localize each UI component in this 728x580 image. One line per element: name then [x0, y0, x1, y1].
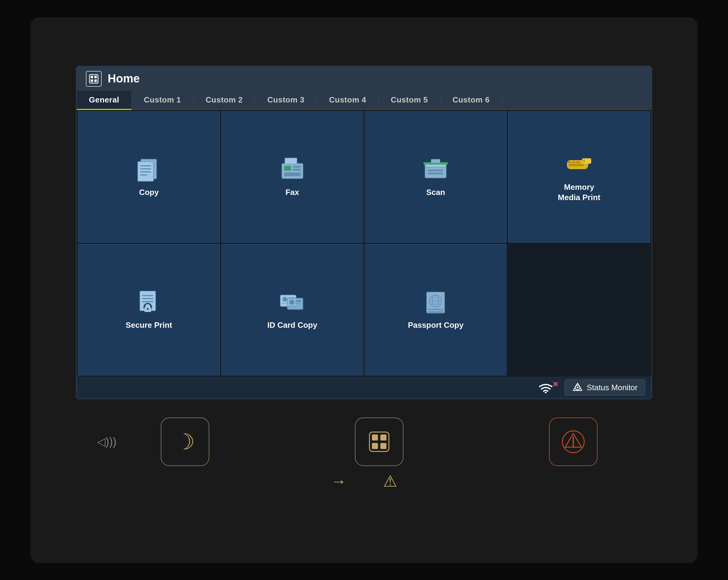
screen-header: Home: [77, 67, 651, 91]
svg-rect-33: [568, 164, 583, 166]
warning-icon: ⚠: [383, 472, 397, 490]
tab-custom1[interactable]: Custom 1: [132, 91, 193, 109]
memory-media-print-icon: [564, 151, 594, 178]
tab-bar: General Custom 1 Custom 2 Custom 3 Custo…: [77, 91, 651, 110]
svg-rect-49: [295, 303, 300, 304]
svg-rect-21: [425, 166, 446, 178]
speaker-icon: ◁))): [97, 435, 116, 448]
device-body: Home General Custom 1 Custom 2 Custom 3 …: [30, 17, 698, 563]
tab-custom2[interactable]: Custom 2: [193, 91, 255, 109]
svg-point-42: [282, 297, 287, 302]
page-title: Home: [108, 72, 140, 85]
passport-copy-icon: [420, 288, 451, 316]
sleep-icon: ☽: [175, 429, 195, 454]
svg-rect-4: [94, 79, 97, 82]
svg-rect-50: [288, 306, 296, 307]
svg-rect-30: [568, 162, 571, 163]
svg-rect-58: [428, 311, 443, 312]
tab-custom4[interactable]: Custom 4: [317, 91, 379, 109]
scan-icon: [420, 156, 451, 183]
screen-content: General Custom 1 Custom 2 Custom 3 Custo…: [77, 91, 651, 398]
status-bar: ✕ Status Monitor: [77, 377, 651, 398]
passport-copy-label: Passport Copy: [408, 320, 464, 330]
app-grid: Copy Fax: [77, 110, 651, 377]
svg-rect-57: [428, 309, 443, 310]
svg-rect-24: [428, 169, 443, 171]
fax-icon: [277, 156, 308, 183]
secure-print-label: Secure Print: [126, 320, 172, 330]
secure-print-button[interactable]: Secure Print: [78, 244, 220, 376]
wifi-x-icon: ✕: [552, 380, 558, 389]
home-icon-box: [86, 71, 102, 87]
svg-rect-29: [583, 160, 585, 163]
copy-label: Copy: [139, 187, 159, 198]
svg-point-59: [545, 392, 547, 393]
stop-button[interactable]: [549, 417, 598, 466]
svg-rect-2: [94, 76, 97, 78]
svg-rect-19: [284, 172, 301, 176]
touchscreen[interactable]: Home General Custom 1 Custom 2 Custom 3 …: [76, 66, 652, 399]
sleep-button[interactable]: ☽: [161, 417, 209, 466]
empty-slot: [508, 244, 650, 376]
scan-button[interactable]: Scan: [365, 111, 507, 243]
id-card-copy-label: ID Card Copy: [267, 320, 317, 330]
svg-point-40: [147, 308, 149, 310]
copy-button[interactable]: Copy: [78, 111, 220, 243]
wifi-status: ✕: [539, 382, 558, 393]
svg-rect-3: [91, 79, 93, 82]
home-button[interactable]: [355, 417, 404, 466]
bottom-controls: ◁))) ☽: [106, 417, 622, 466]
svg-rect-17: [293, 166, 301, 168]
svg-rect-46: [287, 298, 303, 309]
passport-copy-button[interactable]: Passport Copy: [365, 244, 507, 376]
memory-media-print-button[interactable]: MemoryMedia Print: [508, 111, 650, 243]
svg-point-71: [572, 445, 574, 447]
svg-rect-16: [284, 166, 291, 171]
svg-rect-20: [285, 158, 297, 164]
svg-rect-64: [372, 435, 378, 441]
copy-icon: [134, 156, 164, 183]
id-card-copy-button[interactable]: ID Card Copy: [221, 244, 364, 376]
tab-custom3[interactable]: Custom 3: [255, 91, 317, 109]
status-monitor-label: Status Monitor: [587, 383, 638, 392]
status-monitor-button[interactable]: Status Monitor: [565, 379, 645, 396]
svg-rect-0: [89, 75, 98, 83]
svg-point-62: [577, 387, 578, 388]
scan-label: Scan: [426, 187, 445, 198]
fax-label: Fax: [285, 187, 299, 198]
svg-rect-66: [372, 443, 378, 449]
tab-custom5[interactable]: Custom 5: [379, 91, 440, 109]
svg-point-47: [289, 300, 294, 305]
fax-button[interactable]: Fax: [221, 111, 364, 243]
svg-rect-26: [431, 159, 440, 163]
svg-rect-67: [381, 443, 386, 449]
svg-rect-25: [428, 172, 443, 174]
bottom-arrows: → ⚠: [331, 472, 397, 490]
arrow-right-icon[interactable]: →: [331, 472, 347, 490]
svg-rect-48: [295, 301, 301, 302]
secure-print-icon: [134, 288, 164, 316]
svg-rect-65: [381, 435, 386, 441]
svg-rect-15: [282, 163, 303, 178]
svg-rect-18: [293, 169, 301, 171]
svg-rect-32: [576, 162, 579, 163]
memory-media-print-label: MemoryMedia Print: [558, 182, 600, 203]
id-card-copy-icon: [277, 288, 308, 316]
svg-rect-31: [572, 162, 575, 163]
tab-custom6[interactable]: Custom 6: [440, 91, 502, 109]
tab-general[interactable]: General: [77, 91, 132, 110]
svg-rect-1: [91, 76, 93, 78]
